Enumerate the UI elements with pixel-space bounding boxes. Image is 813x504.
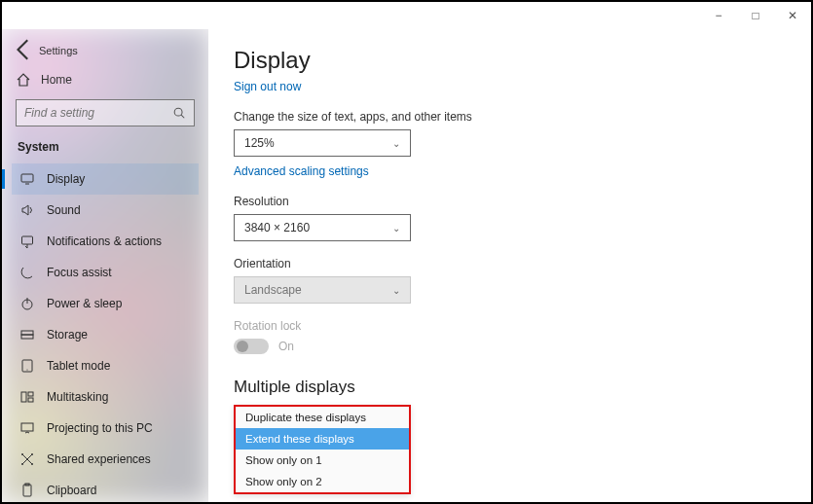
flyout-option-duplicate[interactable]: Duplicate these displays bbox=[236, 407, 409, 428]
nav-label: Multitasking bbox=[47, 390, 108, 404]
nav-multitasking[interactable]: Multitasking bbox=[12, 381, 199, 413]
home-label: Home bbox=[41, 73, 72, 87]
svg-point-0 bbox=[174, 108, 182, 116]
scale-label: Change the size of text, apps, and other… bbox=[234, 110, 811, 124]
page-title: Display bbox=[234, 47, 811, 74]
search-input[interactable] bbox=[24, 106, 172, 120]
nav-power-sleep[interactable]: Power & sleep bbox=[12, 288, 199, 319]
rotation-lock-label: Rotation lock bbox=[234, 319, 811, 333]
titlebar: − □ ✕ bbox=[2, 2, 811, 29]
nav-label: Sound bbox=[47, 203, 81, 217]
nav-display[interactable]: Display bbox=[12, 163, 199, 195]
main-content: Display Sign out now Change the size of … bbox=[208, 29, 811, 502]
sidebar: Settings Home System bbox=[2, 29, 208, 502]
scale-dropdown[interactable]: 125% ⌄ bbox=[234, 129, 411, 157]
svg-rect-11 bbox=[21, 392, 26, 402]
chevron-down-icon: ⌄ bbox=[392, 223, 400, 234]
minimize-button[interactable]: − bbox=[700, 2, 737, 29]
multiple-displays-flyout: Duplicate these displays Extend these di… bbox=[234, 405, 411, 494]
svg-rect-21 bbox=[23, 485, 31, 496]
svg-line-1 bbox=[181, 115, 184, 118]
nav-shared-experiences[interactable]: Shared experiences bbox=[12, 444, 199, 475]
power-icon bbox=[19, 296, 35, 311]
svg-rect-8 bbox=[21, 335, 33, 339]
multiple-displays-heading: Multiple displays bbox=[234, 378, 811, 397]
nav-projecting[interactable]: Projecting to this PC bbox=[12, 413, 199, 444]
storage-icon bbox=[19, 327, 35, 342]
svg-point-20 bbox=[31, 463, 33, 465]
group-system: System bbox=[18, 140, 193, 154]
app-title: Settings bbox=[39, 45, 199, 56]
home-icon bbox=[16, 72, 31, 88]
sign-out-link[interactable]: Sign out now bbox=[234, 80, 301, 93]
svg-rect-7 bbox=[21, 331, 33, 335]
back-arrow-icon bbox=[12, 37, 37, 62]
svg-rect-2 bbox=[21, 174, 33, 182]
advanced-scaling-link[interactable]: Advanced scaling settings bbox=[234, 164, 369, 178]
nav-label: Storage bbox=[47, 328, 88, 342]
maximize-button[interactable]: □ bbox=[737, 2, 774, 29]
resolution-value: 3840 × 2160 bbox=[244, 221, 310, 234]
rotation-lock-state: On bbox=[278, 340, 294, 353]
resolution-label: Resolution bbox=[234, 195, 811, 208]
rotation-lock-toggle bbox=[234, 339, 269, 354]
scale-value: 125% bbox=[244, 136, 275, 150]
nav-list: Display Sound Notifications & actions Fo… bbox=[12, 163, 199, 502]
nav-storage[interactable]: Storage bbox=[12, 319, 199, 350]
notifications-icon bbox=[19, 234, 35, 249]
back-button[interactable] bbox=[12, 37, 37, 62]
sound-icon bbox=[19, 202, 35, 218]
display-icon bbox=[19, 171, 35, 187]
svg-rect-12 bbox=[28, 392, 33, 396]
resolution-dropdown[interactable]: 3840 × 2160 ⌄ bbox=[234, 214, 411, 241]
chevron-down-icon: ⌄ bbox=[392, 138, 400, 149]
nav-label: Notifications & actions bbox=[47, 234, 162, 248]
focus-assist-icon bbox=[19, 265, 35, 280]
nav-label: Clipboard bbox=[47, 484, 96, 497]
flyout-option-only-2[interactable]: Show only on 2 bbox=[236, 471, 409, 492]
nav-sound[interactable]: Sound bbox=[12, 195, 199, 226]
flyout-option-extend[interactable]: Extend these displays bbox=[236, 428, 409, 450]
orientation-value: Landscape bbox=[244, 283, 302, 297]
search-icon bbox=[172, 106, 186, 120]
svg-rect-13 bbox=[28, 398, 33, 402]
nav-label: Shared experiences bbox=[47, 452, 151, 466]
svg-rect-4 bbox=[22, 236, 33, 244]
settings-window: − □ ✕ Settings Home bbox=[0, 0, 813, 504]
nav-label: Projecting to this PC bbox=[47, 421, 153, 435]
nav-notifications[interactable]: Notifications & actions bbox=[12, 226, 199, 257]
projecting-icon bbox=[19, 420, 35, 436]
nav-label: Tablet mode bbox=[47, 359, 110, 373]
svg-point-10 bbox=[26, 369, 27, 370]
multitasking-icon bbox=[19, 389, 35, 405]
flyout-option-only-1[interactable]: Show only on 1 bbox=[236, 450, 409, 471]
svg-point-17 bbox=[21, 453, 23, 455]
svg-point-18 bbox=[31, 453, 33, 455]
nav-label: Focus assist bbox=[47, 266, 112, 279]
nav-tablet-mode[interactable]: Tablet mode bbox=[12, 350, 199, 381]
nav-label: Display bbox=[47, 172, 85, 186]
chevron-down-icon: ⌄ bbox=[392, 285, 400, 296]
orientation-dropdown: Landscape ⌄ bbox=[234, 276, 411, 304]
nav-label: Power & sleep bbox=[47, 297, 122, 310]
svg-rect-14 bbox=[21, 423, 33, 431]
close-button[interactable]: ✕ bbox=[774, 2, 811, 29]
clipboard-icon bbox=[19, 483, 35, 498]
nav-clipboard[interactable]: Clipboard bbox=[12, 475, 199, 502]
svg-point-19 bbox=[21, 463, 23, 465]
orientation-label: Orientation bbox=[234, 257, 811, 270]
nav-focus-assist[interactable]: Focus assist bbox=[12, 257, 199, 288]
tablet-icon bbox=[19, 358, 35, 374]
search-box[interactable] bbox=[16, 99, 195, 126]
advanced-display-link[interactable]: Advanced display settings bbox=[234, 500, 369, 502]
shared-icon bbox=[19, 451, 35, 467]
home-link[interactable]: Home bbox=[16, 72, 195, 88]
